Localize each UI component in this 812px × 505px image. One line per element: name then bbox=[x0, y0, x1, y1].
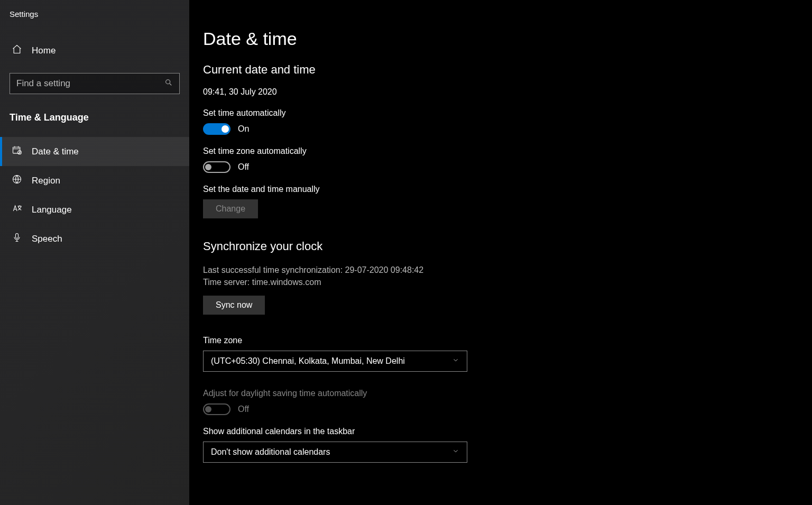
sidebar-item-language[interactable]: Language bbox=[0, 195, 189, 224]
category-heading: Time & Language bbox=[0, 112, 189, 123]
calendars-dropdown[interactable]: Don't show additional calendars bbox=[203, 442, 467, 463]
main-panel: Date & time Current date and time 09:41,… bbox=[189, 0, 812, 505]
chevron-down-icon bbox=[452, 356, 459, 366]
sync-heading: Synchronize your clock bbox=[203, 240, 812, 253]
chevron-down-icon bbox=[452, 447, 459, 457]
sidebar-item-region[interactable]: Region bbox=[0, 166, 189, 195]
timezone-value: (UTC+05:30) Chennai, Kolkata, Mumbai, Ne… bbox=[211, 356, 405, 366]
dst-label: Adjust for daylight saving time automati… bbox=[203, 389, 812, 398]
sidebar-item-label: Language bbox=[32, 205, 72, 215]
sync-last: Last successful time synchronization: 29… bbox=[203, 264, 812, 276]
globe-icon bbox=[12, 174, 22, 187]
calendars-label: Show additional calendars in the taskbar bbox=[203, 427, 812, 436]
app-title: Settings bbox=[0, 5, 189, 28]
sync-info: Last successful time synchronization: 29… bbox=[203, 264, 812, 288]
sync-now-button[interactable]: Sync now bbox=[203, 296, 265, 315]
sidebar-item-label: Date & time bbox=[32, 146, 79, 157]
sidebar: Settings Home Time & Language Date & tim… bbox=[0, 0, 189, 505]
timezone-label: Time zone bbox=[203, 336, 812, 345]
svg-rect-4 bbox=[16, 234, 19, 238]
current-datetime: 09:41, 30 July 2020 bbox=[203, 87, 812, 97]
search-input[interactable] bbox=[16, 78, 164, 89]
home-link[interactable]: Home bbox=[0, 38, 189, 63]
svg-point-0 bbox=[166, 80, 170, 84]
calendar-clock-icon bbox=[12, 145, 22, 158]
set-time-auto-toggle[interactable] bbox=[203, 123, 230, 135]
sync-server: Time server: time.windows.com bbox=[203, 276, 812, 288]
search-icon bbox=[164, 78, 173, 89]
home-icon bbox=[12, 44, 22, 57]
set-tz-auto-state: Off bbox=[238, 162, 249, 172]
search-wrap bbox=[10, 73, 180, 94]
dst-toggle bbox=[203, 403, 230, 415]
microphone-icon bbox=[12, 232, 22, 245]
svg-rect-1 bbox=[13, 147, 20, 153]
set-tz-auto-toggle[interactable] bbox=[203, 161, 230, 173]
sidebar-item-label: Speech bbox=[32, 234, 62, 244]
sidebar-item-speech[interactable]: Speech bbox=[0, 224, 189, 253]
timezone-dropdown[interactable]: (UTC+05:30) Chennai, Kolkata, Mumbai, Ne… bbox=[203, 351, 467, 372]
calendars-value: Don't show additional calendars bbox=[211, 447, 330, 457]
dst-state: Off bbox=[238, 405, 249, 414]
set-time-auto-state: On bbox=[238, 124, 249, 134]
search-box[interactable] bbox=[10, 73, 180, 94]
language-icon bbox=[12, 203, 22, 216]
page-title: Date & time bbox=[203, 29, 812, 49]
manual-label: Set the date and time manually bbox=[203, 185, 812, 194]
sidebar-item-date-time[interactable]: Date & time bbox=[0, 137, 189, 166]
home-label: Home bbox=[32, 45, 56, 56]
sidebar-item-label: Region bbox=[32, 176, 60, 186]
change-button[interactable]: Change bbox=[203, 199, 258, 218]
current-heading: Current date and time bbox=[203, 63, 812, 77]
set-tz-auto-label: Set time zone automatically bbox=[203, 146, 812, 156]
set-time-auto-label: Set time automatically bbox=[203, 108, 812, 118]
